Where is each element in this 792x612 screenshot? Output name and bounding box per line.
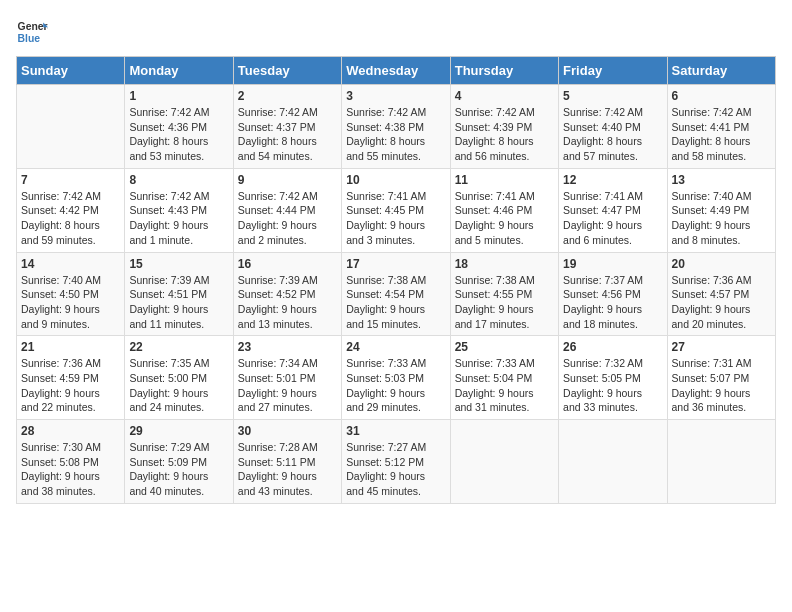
sunset-text: Sunset: 5:04 PM xyxy=(455,371,554,386)
sunset-text: Sunset: 4:57 PM xyxy=(672,287,771,302)
day-number: 24 xyxy=(346,340,445,354)
sunset-text: Sunset: 4:51 PM xyxy=(129,287,228,302)
sunrise-text: Sunrise: 7:41 AM xyxy=(455,189,554,204)
sunset-text: Sunset: 5:07 PM xyxy=(672,371,771,386)
daylight-text: Daylight: 9 hours xyxy=(563,302,662,317)
day-number: 5 xyxy=(563,89,662,103)
sunrise-text: Sunrise: 7:39 AM xyxy=(129,273,228,288)
day-number: 21 xyxy=(21,340,120,354)
sunrise-text: Sunrise: 7:33 AM xyxy=(455,356,554,371)
logo-icon: General Blue xyxy=(16,16,48,48)
calendar-cell: 18Sunrise: 7:38 AMSunset: 4:55 PMDayligh… xyxy=(450,252,558,336)
sunset-text: Sunset: 4:43 PM xyxy=(129,203,228,218)
sunrise-text: Sunrise: 7:27 AM xyxy=(346,440,445,455)
sunrise-text: Sunrise: 7:42 AM xyxy=(129,105,228,120)
logo: General Blue xyxy=(16,16,48,48)
sunset-text: Sunset: 5:05 PM xyxy=(563,371,662,386)
daylight-text: Daylight: 8 hours xyxy=(21,218,120,233)
calendar-cell xyxy=(667,420,775,504)
sunset-text: Sunset: 5:12 PM xyxy=(346,455,445,470)
sunset-text: Sunset: 4:56 PM xyxy=(563,287,662,302)
daylight-minutes-text: and 38 minutes. xyxy=(21,484,120,499)
sunset-text: Sunset: 4:47 PM xyxy=(563,203,662,218)
calendar-cell: 5Sunrise: 7:42 AMSunset: 4:40 PMDaylight… xyxy=(559,85,667,169)
daylight-minutes-text: and 20 minutes. xyxy=(672,317,771,332)
calendar-week-row: 21Sunrise: 7:36 AMSunset: 4:59 PMDayligh… xyxy=(17,336,776,420)
calendar-cell: 9Sunrise: 7:42 AMSunset: 4:44 PMDaylight… xyxy=(233,168,341,252)
sunrise-text: Sunrise: 7:42 AM xyxy=(672,105,771,120)
daylight-text: Daylight: 9 hours xyxy=(455,218,554,233)
sunrise-text: Sunrise: 7:29 AM xyxy=(129,440,228,455)
day-number: 18 xyxy=(455,257,554,271)
day-header-friday: Friday xyxy=(559,57,667,85)
daylight-minutes-text: and 13 minutes. xyxy=(238,317,337,332)
daylight-text: Daylight: 9 hours xyxy=(346,469,445,484)
calendar-cell: 22Sunrise: 7:35 AMSunset: 5:00 PMDayligh… xyxy=(125,336,233,420)
calendar-cell: 15Sunrise: 7:39 AMSunset: 4:51 PMDayligh… xyxy=(125,252,233,336)
daylight-minutes-text: and 17 minutes. xyxy=(455,317,554,332)
daylight-minutes-text: and 18 minutes. xyxy=(563,317,662,332)
day-number: 16 xyxy=(238,257,337,271)
daylight-minutes-text: and 53 minutes. xyxy=(129,149,228,164)
day-number: 3 xyxy=(346,89,445,103)
calendar-cell: 12Sunrise: 7:41 AMSunset: 4:47 PMDayligh… xyxy=(559,168,667,252)
daylight-text: Daylight: 9 hours xyxy=(21,469,120,484)
calendar-cell: 26Sunrise: 7:32 AMSunset: 5:05 PMDayligh… xyxy=(559,336,667,420)
daylight-text: Daylight: 9 hours xyxy=(129,302,228,317)
day-number: 20 xyxy=(672,257,771,271)
header: General Blue xyxy=(16,16,776,48)
daylight-minutes-text: and 55 minutes. xyxy=(346,149,445,164)
calendar-week-row: 7Sunrise: 7:42 AMSunset: 4:42 PMDaylight… xyxy=(17,168,776,252)
daylight-minutes-text: and 24 minutes. xyxy=(129,400,228,415)
sunset-text: Sunset: 5:01 PM xyxy=(238,371,337,386)
day-header-sunday: Sunday xyxy=(17,57,125,85)
sunrise-text: Sunrise: 7:42 AM xyxy=(129,189,228,204)
sunrise-text: Sunrise: 7:42 AM xyxy=(238,189,337,204)
daylight-minutes-text: and 43 minutes. xyxy=(238,484,337,499)
sunrise-text: Sunrise: 7:38 AM xyxy=(455,273,554,288)
sunrise-text: Sunrise: 7:36 AM xyxy=(672,273,771,288)
sunrise-text: Sunrise: 7:35 AM xyxy=(129,356,228,371)
sunset-text: Sunset: 4:50 PM xyxy=(21,287,120,302)
sunset-text: Sunset: 5:11 PM xyxy=(238,455,337,470)
sunset-text: Sunset: 4:38 PM xyxy=(346,120,445,135)
calendar-body: 1Sunrise: 7:42 AMSunset: 4:36 PMDaylight… xyxy=(17,85,776,504)
sunset-text: Sunset: 5:09 PM xyxy=(129,455,228,470)
daylight-text: Daylight: 9 hours xyxy=(455,386,554,401)
day-number: 17 xyxy=(346,257,445,271)
calendar-cell xyxy=(559,420,667,504)
daylight-minutes-text: and 29 minutes. xyxy=(346,400,445,415)
sunset-text: Sunset: 4:39 PM xyxy=(455,120,554,135)
calendar-cell: 20Sunrise: 7:36 AMSunset: 4:57 PMDayligh… xyxy=(667,252,775,336)
day-number: 1 xyxy=(129,89,228,103)
daylight-minutes-text: and 31 minutes. xyxy=(455,400,554,415)
calendar-cell: 13Sunrise: 7:40 AMSunset: 4:49 PMDayligh… xyxy=(667,168,775,252)
calendar-cell: 27Sunrise: 7:31 AMSunset: 5:07 PMDayligh… xyxy=(667,336,775,420)
daylight-minutes-text: and 2 minutes. xyxy=(238,233,337,248)
day-number: 13 xyxy=(672,173,771,187)
calendar-week-row: 14Sunrise: 7:40 AMSunset: 4:50 PMDayligh… xyxy=(17,252,776,336)
daylight-minutes-text: and 40 minutes. xyxy=(129,484,228,499)
sunrise-text: Sunrise: 7:42 AM xyxy=(563,105,662,120)
sunrise-text: Sunrise: 7:40 AM xyxy=(672,189,771,204)
daylight-minutes-text: and 58 minutes. xyxy=(672,149,771,164)
sunrise-text: Sunrise: 7:42 AM xyxy=(455,105,554,120)
sunrise-text: Sunrise: 7:41 AM xyxy=(563,189,662,204)
day-number: 27 xyxy=(672,340,771,354)
daylight-minutes-text: and 54 minutes. xyxy=(238,149,337,164)
day-number: 23 xyxy=(238,340,337,354)
day-header-tuesday: Tuesday xyxy=(233,57,341,85)
sunrise-text: Sunrise: 7:38 AM xyxy=(346,273,445,288)
calendar-cell: 3Sunrise: 7:42 AMSunset: 4:38 PMDaylight… xyxy=(342,85,450,169)
calendar-cell: 8Sunrise: 7:42 AMSunset: 4:43 PMDaylight… xyxy=(125,168,233,252)
day-number: 19 xyxy=(563,257,662,271)
sunset-text: Sunset: 4:49 PM xyxy=(672,203,771,218)
sunrise-text: Sunrise: 7:42 AM xyxy=(238,105,337,120)
day-number: 12 xyxy=(563,173,662,187)
sunset-text: Sunset: 4:54 PM xyxy=(346,287,445,302)
daylight-text: Daylight: 9 hours xyxy=(129,386,228,401)
sunset-text: Sunset: 4:36 PM xyxy=(129,120,228,135)
daylight-minutes-text: and 3 minutes. xyxy=(346,233,445,248)
sunset-text: Sunset: 4:42 PM xyxy=(21,203,120,218)
day-number: 14 xyxy=(21,257,120,271)
